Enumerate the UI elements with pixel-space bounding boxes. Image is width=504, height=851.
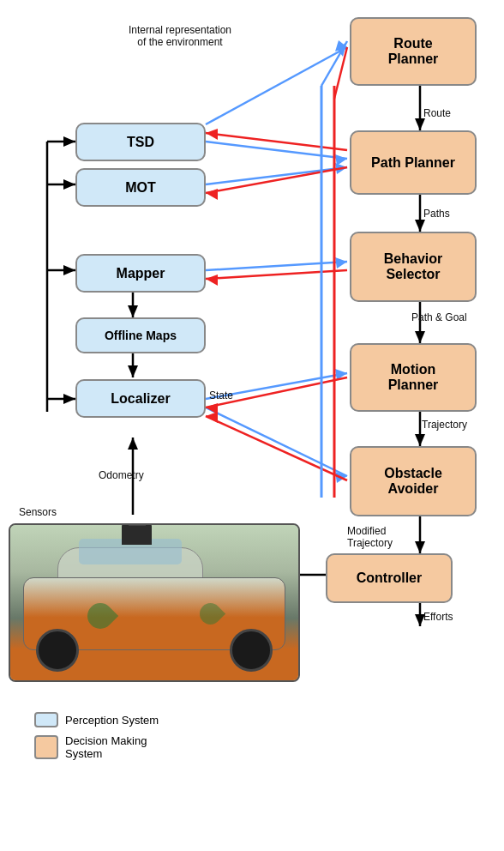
svg-line-43 [206,167,347,193]
mapper-box: Mapper [75,254,206,293]
legend-orange-box [34,735,58,759]
label-trajectory: Trajectory [422,419,467,431]
path-planner-box: Path Planner [350,130,477,195]
label-modified-trajectory: Modified Trajectory [347,525,393,549]
legend-perception: Perception System [34,712,504,727]
svg-marker-15 [128,365,138,377]
svg-marker-55 [338,41,347,57]
tsd-label: TSD [127,135,154,150]
svg-marker-7 [415,434,425,446]
svg-marker-5 [415,331,425,343]
label-efforts: Efforts [423,611,453,623]
svg-marker-20 [63,179,75,190]
diagram-container: Route Planner Path Planner Behavior Sele… [0,0,504,712]
svg-marker-24 [63,394,75,404]
legend-decision-label: Decision Making System [65,734,147,760]
svg-line-45 [206,270,347,279]
svg-marker-30 [335,40,347,51]
route-planner-label: Route Planner [388,36,439,67]
svg-line-41 [206,133,347,150]
offline-maps-label: Offline Maps [105,329,177,342]
svg-marker-44 [206,189,218,200]
mapper-label: Mapper [117,266,165,281]
svg-line-49 [206,416,347,480]
legend: Perception System Decision Making System [17,712,504,760]
behavior-selector-box: Behavior Selector [350,232,477,302]
svg-marker-48 [206,403,218,414]
obstacle-avoider-label: Obstacle Avoider [384,466,442,497]
motion-planner-box: Motion Planner [350,343,477,412]
path-planner-label: Path Planner [371,155,455,171]
svg-marker-3 [415,220,425,232]
offline-maps-box: Offline Maps [75,317,206,353]
svg-line-31 [206,142,347,159]
car-image [9,523,300,682]
svg-marker-18 [63,136,75,147]
label-paths: Paths [423,208,450,220]
label-internal-rep: Internal representation of the environme… [94,24,266,48]
svg-marker-38 [335,369,347,380]
svg-line-33 [206,167,347,184]
svg-line-35 [206,262,347,270]
behavior-selector-label: Behavior Selector [384,251,442,282]
svg-marker-46 [206,275,218,286]
svg-marker-1 [415,118,425,130]
svg-marker-26 [128,438,138,450]
svg-marker-22 [63,265,75,275]
route-planner-box: Route Planner [350,17,477,86]
svg-line-29 [206,47,347,124]
obstacle-avoider-box: Obstacle Avoider [350,446,477,516]
svg-marker-34 [335,163,347,174]
svg-marker-40 [335,472,347,483]
localizer-box: Localizer [75,379,206,418]
localizer-label: Localizer [111,391,170,407]
svg-line-54 [321,41,347,86]
label-odometry: Odometry [99,469,144,481]
motion-planner-label: Motion Planner [388,362,439,393]
svg-marker-32 [335,154,347,166]
svg-marker-42 [206,129,218,140]
mot-label: MOT [125,180,156,196]
svg-line-53 [334,47,347,99]
label-sensors: Sensors [19,506,57,518]
label-route: Route [423,107,451,119]
legend-blue-box [34,712,58,727]
legend-decision: Decision Making System [34,734,504,760]
svg-marker-13 [128,305,138,317]
mot-box: MOT [75,168,206,207]
legend-perception-label: Perception System [65,714,159,727]
label-state: State [209,389,233,401]
svg-marker-36 [335,257,347,269]
controller-box: Controller [326,553,453,603]
svg-line-39 [206,407,347,476]
svg-marker-50 [206,412,218,423]
tsd-box: TSD [75,123,206,161]
svg-marker-9 [415,541,425,553]
label-path-goal: Path & Goal [411,311,467,323]
controller-label: Controller [357,570,422,586]
